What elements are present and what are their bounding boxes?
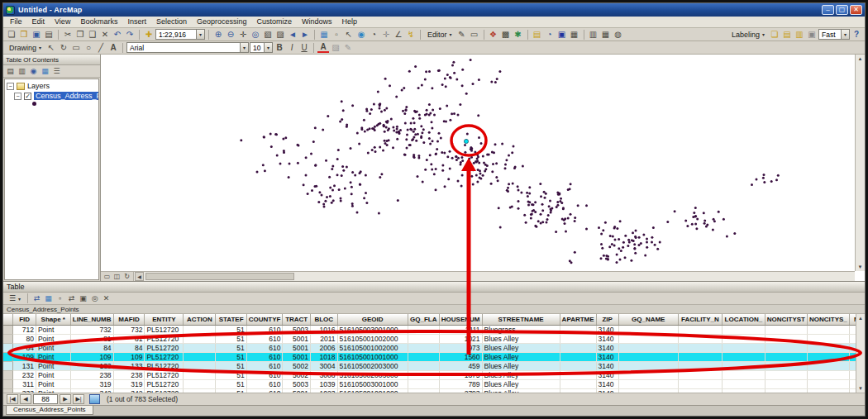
menu-item-insert[interactable]: Insert [122,17,151,27]
bold-button[interactable]: B [274,42,285,54]
hyperlink-icon[interactable]: ↯ [405,29,417,40]
column-header-action[interactable]: ACTION [184,314,216,325]
maximize-button[interactable]: ▢ [836,5,848,15]
column-header-streetname[interactable]: STREETNAME [482,314,560,325]
scroll-down-icon[interactable]: ▼ [858,264,863,269]
column-header-statef[interactable]: STATEF [216,314,246,325]
chevron-down-icon[interactable]: ▾ [196,30,204,39]
eu-flag-icon[interactable]: ▣ [556,29,568,40]
paste-icon[interactable]: ❑ [87,29,98,40]
clear-selected-features-icon[interactable]: ▫ [331,29,342,40]
label-priority-icon[interactable]: ▤ [781,29,793,40]
rectangle-tool-icon[interactable]: ▭ [70,42,82,54]
table-options-menu[interactable]: ☰▾ [6,294,24,302]
table-row[interactable]: 80Point8181PL512720516105001201151610500… [3,334,865,343]
previous-record-button[interactable]: ◀ [20,394,31,404]
table-row[interactable]: 232Point238238PL512720516105002300851610… [3,370,865,379]
line-tool-icon[interactable]: ╱ [95,42,107,54]
row-selector[interactable] [3,388,13,393]
toc-layers-node[interactable]: − Layers [6,81,98,91]
menu-item-bookmarks[interactable]: Bookmarks [75,17,122,27]
current-record-input[interactable]: 88 [33,394,58,404]
drawing-menu[interactable]: Drawing▾ [6,44,45,52]
row-selector[interactable] [3,325,13,334]
select-features-icon[interactable]: ▦ [318,29,330,40]
column-header-mafid[interactable]: MAFID [113,314,145,325]
map-vertical-scrollbar[interactable]: ▲ ▼ [855,55,865,271]
table-row[interactable]: 131Point133133PL512720516105002300451610… [3,361,865,370]
table-row[interactable]: 333Point342342PL512720516105001102351610… [3,388,865,393]
column-header-gq-name[interactable]: GQ_NAME [618,314,678,325]
data-view-button[interactable]: ▭ [103,272,112,281]
attribute-table-icon[interactable]: ▦ [600,29,612,40]
select-by-attributes-icon[interactable]: ▦ [43,293,54,304]
layers-grid-icon[interactable]: ▦ [569,29,580,40]
pan-icon[interactable]: ✛ [237,29,249,40]
row-selector[interactable] [3,343,13,352]
list-by-visibility-icon[interactable]: ◉ [28,66,39,77]
delete-icon[interactable]: ✕ [99,29,111,40]
map-horizontal-scrollbar[interactable]: ▭◫↻ ◀ [101,271,855,281]
back-extent-icon[interactable]: ◄ [287,29,298,40]
selected-point[interactable] [464,139,468,143]
table-vertical-scrollbar[interactable]: ▲ ▼ [856,314,865,393]
print-icon[interactable]: ▤ [43,29,55,40]
zoom-out-icon[interactable]: ⊖ [225,29,236,40]
underline-button[interactable]: U [298,42,310,54]
rotate-element-icon[interactable]: ↻ [58,42,69,54]
table-of-contents-icon[interactable]: ▥ [588,29,599,40]
map-area[interactable]: ▲ ▼ ▭◫↻ ◀ [101,55,865,281]
list-by-selection-icon[interactable]: ▦ [40,66,50,77]
full-extent-icon[interactable]: ◎ [250,29,261,40]
row-selector[interactable] [3,352,13,361]
label-weight-icon[interactable]: ▥ [794,29,805,40]
column-header-noncityst[interactable]: NONCITYST [765,314,807,325]
scroll-up-icon[interactable]: ▲ [858,316,863,321]
annotation-icon[interactable]: ◍ [613,29,624,40]
column-header-zip[interactable]: ZIP [596,314,618,325]
map-canvas[interactable] [101,55,865,271]
open-map-icon[interactable]: ❒ [18,29,30,40]
snapping-icon[interactable]: ▭ [469,29,480,40]
measure-icon[interactable]: ∠ [393,29,404,40]
table-row[interactable]: 84Point8484PL512720516105001200651610500… [3,343,865,352]
line-color-icon[interactable]: ✎ [342,42,354,54]
refresh-view-button[interactable]: ↻ [122,272,131,281]
layer-name[interactable]: Census_Address_Points [34,92,99,100]
collapse-icon[interactable]: − [7,83,14,90]
column-header-facility-n[interactable]: FACILITY_N [678,314,722,325]
circle-tool-icon[interactable]: ○ [83,42,94,54]
toc-options-icon[interactable]: ☰ [51,66,62,77]
font-family-combo[interactable]: Arial▾ [126,42,249,53]
catalog-icon[interactable]: ▤ [532,29,543,40]
undo-icon[interactable]: ↶ [112,29,123,40]
column-header-bloc[interactable]: BLOC [310,314,337,325]
last-record-button[interactable]: ▶| [73,394,84,404]
python-icon[interactable]: ▩ [500,29,512,40]
next-record-button[interactable]: ▶ [60,394,71,404]
copy-icon[interactable]: ❐ [74,29,86,40]
font-size-combo[interactable]: 10▾ [250,42,273,53]
select-elements-icon[interactable]: ↖ [45,42,57,54]
layer-visibility-checkbox[interactable]: ✓ [24,93,31,100]
column-header-fid[interactable]: FID [13,314,36,325]
column-header-entity[interactable]: ENTITY [145,314,184,325]
column-header-noncitys[interactable]: NONCITYS_ [807,314,849,325]
editor-pencil-icon[interactable]: ✎ [456,29,468,40]
menu-item-help[interactable]: Help [337,17,363,27]
switch-selection-icon[interactable]: ⇄ [66,293,77,304]
map-scale-combo[interactable]: 1:22,916▾ [155,29,205,40]
menu-item-edit[interactable]: Edit [27,17,50,27]
identify-icon[interactable]: ◉ [355,29,367,40]
menu-item-windows[interactable]: Windows [297,17,337,27]
label-manager-icon[interactable]: ❏ [769,29,780,40]
column-header-shape[interactable]: Shape * [36,314,70,325]
zoom-in-icon[interactable]: ⊕ [212,29,224,40]
fixed-zoom-out-icon[interactable]: ▨ [274,29,286,40]
clear-selection-icon[interactable]: ▫ [55,293,65,304]
related-tables-icon[interactable]: ⇄ [31,293,42,304]
column-header-tract[interactable]: TRACT [283,314,311,325]
toc-layer-node[interactable]: − ✓ Census_Address_Points [6,91,98,101]
text-tool-icon[interactable]: A [107,42,119,54]
show-selected-records-button[interactable] [89,394,100,404]
